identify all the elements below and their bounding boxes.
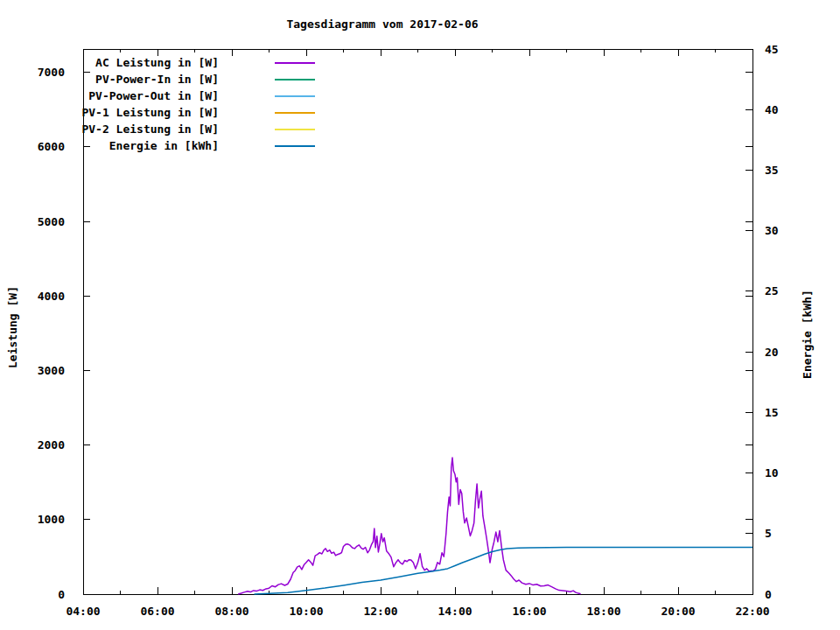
y-tick-label: 5000 [38,215,65,228]
y2-tick-label: 35 [765,164,779,177]
x-tick-label: 12:00 [363,605,397,618]
y2-tick-label: 25 [765,284,779,298]
legend-row-pv1-leistung: PV-1 Leistung in [W] [79,104,315,121]
legend-line-sample [275,95,315,97]
legend-line-sample [275,145,315,147]
legend-line-sample [275,62,315,64]
legend-label: PV-1 Leistung in [W] [79,106,219,119]
y2-tick-label: 40 [765,103,779,116]
legend-row-pv-power-in: PV-Power-In in [W] [79,71,315,88]
x-tick-label: 22:00 [735,605,769,618]
x-tick-label: 08:00 [214,605,248,618]
legend-label: AC Leistung in [W] [79,56,219,69]
x-tick-label: 18:00 [586,605,620,618]
series-line-5 [255,547,753,594]
y-axis-label: Leistung [W] [6,286,19,368]
chart-title: Tagesdiagramm vom 2017-02-06 [286,18,478,31]
y2-tick-label: 30 [765,224,779,237]
y2-tick-label: 5 [765,527,772,540]
x-tick-label: 14:00 [438,605,472,618]
y2-axis-label: Energie [kWh] [801,290,814,379]
pv-daily-diagram: 04:0006:0008:0010:0012:0014:0016:0018:00… [0,0,840,630]
legend-row-ac-leistung: AC Leistung in [W] [79,54,315,71]
y2-tick-label: 45 [765,43,779,56]
x-tick-label: 20:00 [661,605,695,618]
y-tick-label: 2000 [38,438,65,452]
y-tick-label: 3000 [38,364,65,377]
legend-label: PV-2 Leistung in [W] [79,122,219,136]
y-tick-label: 4000 [38,290,65,303]
legend-row-pv2-leistung: PV-2 Leistung in [W] [79,121,315,137]
x-tick-label: 04:00 [66,605,100,618]
legend-label: PV-Power-Out in [W] [79,89,219,102]
y-tick-label: 6000 [38,140,65,153]
x-tick-label: 06:00 [140,605,174,618]
legend: AC Leistung in [W] PV-Power-In in [W] PV… [79,54,315,154]
legend-row-pv-power-out: PV-Power-Out in [W] [79,88,315,104]
series-line-0 [238,458,580,594]
legend-line-sample [275,112,315,114]
y2-tick-label: 0 [765,588,772,601]
legend-row-energie: Energie in [kWh] [79,137,315,154]
legend-label: PV-Power-In in [W] [79,73,219,86]
x-tick-label: 16:00 [512,605,546,618]
y2-tick-label: 20 [765,346,779,359]
y-tick-label: 7000 [38,66,65,79]
legend-line-sample [275,129,315,130]
y2-tick-label: 15 [765,406,779,419]
legend-label: Energie in [kWh] [79,139,219,152]
y2-tick-label: 10 [765,466,779,480]
y-tick-label: 0 [58,588,65,601]
legend-line-sample [275,79,315,80]
x-tick-label: 10:00 [289,605,323,618]
y-tick-label: 1000 [38,513,65,526]
